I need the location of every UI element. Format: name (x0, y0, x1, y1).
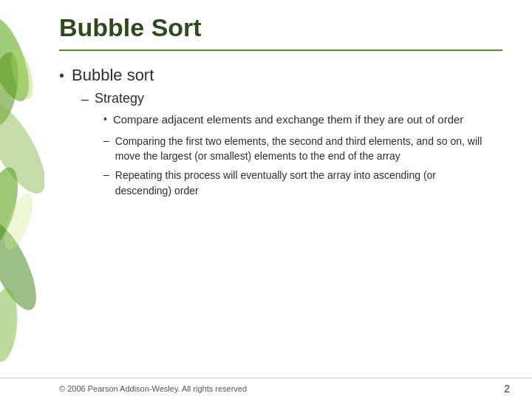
dash-l4-1: – (103, 168, 109, 180)
slide-title: Bubble Sort (59, 13, 502, 42)
slide-header: Bubble Sort (0, 0, 532, 50)
level3-text: Compare adjacent elements and exchange t… (113, 112, 463, 128)
dash-l2: – (81, 92, 89, 107)
level4-container: –Comparing the first two elements, the s… (59, 134, 495, 198)
dash-l4-0: – (103, 134, 109, 146)
slide-footer: © 2006 Pearson Addison-Wesley. All right… (0, 378, 532, 399)
level4-text-1: Repeating this process will eventually s… (115, 168, 495, 198)
footer-copyright: © 2006 Pearson Addison-Wesley. All right… (59, 384, 247, 393)
slide: Bubble Sort • Bubble sort – Strategy • C… (0, 0, 532, 399)
level4-text-0: Comparing the first two elements, the se… (115, 134, 495, 164)
slide-content: • Bubble sort – Strategy • Compare adjac… (0, 51, 532, 378)
bullet-l1: • (59, 67, 64, 84)
level4-item-0: –Comparing the first two elements, the s… (103, 134, 495, 164)
level1-item: • Bubble sort (59, 66, 495, 85)
level3-item: • Compare adjacent elements and exchange… (103, 112, 495, 128)
footer-page-number: 2 (504, 383, 510, 395)
level4-item-1: –Repeating this process will eventually … (103, 168, 495, 198)
level1-text: Bubble sort (72, 66, 154, 85)
level2-text: Strategy (95, 91, 144, 106)
level2-item: – Strategy (81, 91, 495, 107)
bullet-l3: • (103, 113, 107, 125)
